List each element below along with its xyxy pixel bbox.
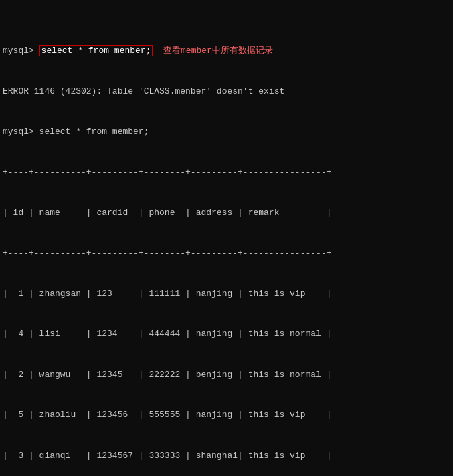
cmd-plain-3: select * from member;	[39, 127, 149, 137]
table-row-3: | 2 | wangwu | 12345 | 222222 | benjing …	[3, 368, 450, 382]
comment-1: 查看member中所有数据记录	[153, 46, 272, 56]
cmd-1: select * from menber;	[39, 45, 153, 56]
terminal-window: mysql> select * from menber; 查看member中所有…	[0, 0, 453, 476]
line-1: mysql> select * from menber; 查看member中所有…	[3, 44, 450, 58]
table-row-4: | 5 | zhaoliu | 123456 | 555555 | nanjin…	[3, 408, 450, 422]
table-row-5: | 3 | qianqi | 1234567 | 333333 | shangh…	[3, 449, 450, 463]
table-row-2: | 4 | lisi | 1234 | 444444 | nanjing | t…	[3, 327, 450, 341]
line-2: ERROR 1146 (42S02): Table 'CLASS.menber'…	[3, 85, 450, 98]
line-sep1: +----+----------+---------+--------+----…	[3, 166, 450, 179]
line-3: mysql> select * from member;	[3, 125, 450, 139]
line-sep2: +----+----------+---------+--------+----…	[3, 247, 450, 260]
prompt-3: mysql>	[3, 127, 39, 137]
line-header: | id | name | cardid | phone | address |…	[3, 206, 450, 220]
table-row-1: | 1 | zhangsan | 123 | 111111 | nanjing …	[3, 287, 450, 301]
prompt-1: mysql>	[3, 46, 39, 56]
